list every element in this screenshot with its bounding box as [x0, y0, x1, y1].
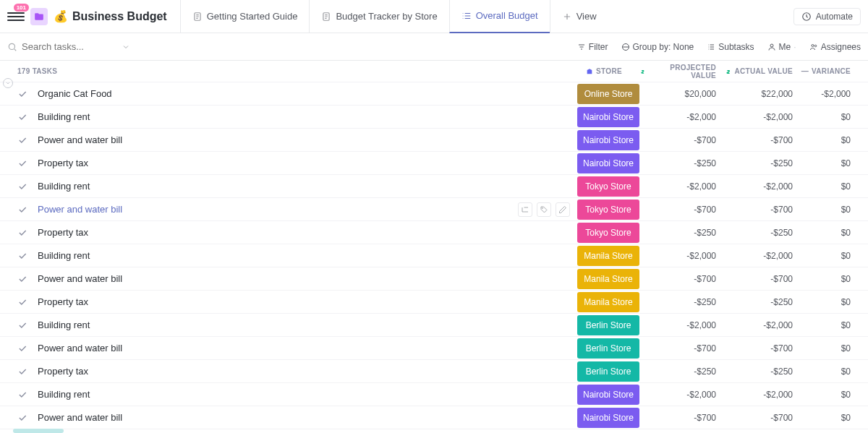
check-icon[interactable]: [17, 251, 27, 261]
check-icon[interactable]: [17, 274, 27, 284]
task-row[interactable]: Property taxNairobi Store-$250-$250$0: [0, 152, 868, 175]
check-icon[interactable]: [17, 135, 27, 145]
task-row[interactable]: Power and water billNairobi Store-$700-$…: [0, 129, 868, 152]
variance-value: $0: [793, 205, 851, 215]
store-tag[interactable]: Berlin Store: [577, 361, 639, 382]
variance-value: $0: [793, 343, 851, 353]
check-icon[interactable]: [17, 205, 27, 215]
check-icon[interactable]: [17, 112, 27, 122]
automate-label: Automate: [816, 12, 853, 22]
actual-value: -$250: [716, 366, 793, 377]
search-box[interactable]: [7, 41, 130, 52]
variance-value: $0: [793, 274, 851, 284]
store-tag[interactable]: Manila Store: [577, 269, 639, 289]
task-row[interactable]: Property taxTokyo Store-$250-$250$0: [0, 221, 868, 244]
projected-value: $20,000: [639, 89, 716, 99]
tab-overall-budget[interactable]: Overall Budget: [449, 0, 550, 33]
store-tag[interactable]: Nairobi Store: [577, 153, 639, 173]
subtask-action-icon[interactable]: [518, 202, 532, 217]
store-tag[interactable]: Tokyo Store: [577, 176, 639, 197]
tag-action-icon[interactable]: [537, 202, 551, 217]
task-row[interactable]: Building rentNairobi Store-$2,000-$2,000…: [0, 106, 868, 129]
task-name: Building rent: [38, 389, 577, 400]
tab-add-view[interactable]: View: [550, 0, 608, 33]
check-icon[interactable]: [17, 158, 27, 168]
task-name: Organic Cat Food: [38, 88, 577, 99]
store-tag[interactable]: Berlin Store: [577, 315, 639, 335]
folder-icon[interactable]: [30, 8, 48, 25]
task-row[interactable]: Building rentTokyo Store-$2,000-$2,000$0: [0, 175, 868, 198]
store-tag[interactable]: Nairobi Store: [577, 385, 639, 405]
task-row[interactable]: Building rentManila Store-$2,000-$2,000$…: [0, 244, 868, 267]
tab-label: View: [576, 11, 597, 22]
check-icon[interactable]: [17, 413, 27, 423]
toolbar-right: Filter Group by: None Subtasks Me · Assi…: [577, 42, 861, 52]
assignees-button[interactable]: Assignees: [809, 42, 861, 52]
actual-value: -$700: [716, 135, 793, 145]
task-row[interactable]: Property taxBerlin Store-$250-$250$0: [0, 360, 868, 383]
task-row[interactable]: Property taxManila Store-$250-$250$0: [0, 291, 868, 314]
check-icon[interactable]: [17, 343, 27, 353]
projected-value: -$250: [639, 228, 716, 238]
task-row[interactable]: Power and water billBerlin Store-$700-$7…: [0, 337, 868, 360]
group-by-button[interactable]: Group by: None: [621, 42, 694, 52]
column-projected[interactable]: PROJECTED VALUE: [639, 64, 716, 80]
check-icon[interactable]: [17, 89, 27, 99]
column-tasks[interactable]: 179 TASKS: [17, 67, 569, 75]
check-icon[interactable]: [17, 320, 27, 330]
variance-value: $0: [793, 413, 851, 423]
actual-value: -$700: [716, 205, 793, 215]
group-icon: [621, 43, 630, 51]
variance-value: $0: [793, 181, 851, 192]
task-row[interactable]: Building rentNairobi Store-$2,000-$2,000…: [0, 383, 868, 406]
table-header: 179 TASKS STORE PROJECTED VALUE ACTUAL V…: [0, 61, 868, 82]
store-tag[interactable]: Online Store: [577, 84, 639, 104]
check-icon[interactable]: [17, 366, 27, 377]
store-tag[interactable]: Nairobi Store: [577, 107, 639, 127]
hamburger-menu[interactable]: 101: [7, 8, 25, 25]
store-tag[interactable]: Tokyo Store: [577, 223, 639, 243]
edit-action-icon[interactable]: [556, 202, 570, 217]
topbar: 101 💰 Business Budget Getting Started Gu…: [0, 0, 868, 33]
task-name: Power and water bill: [38, 412, 577, 423]
store-tag[interactable]: Manila Store: [577, 246, 639, 266]
task-row[interactable]: Organic Cat FoodOnline Store$20,000$22,0…: [0, 82, 868, 106]
search-input[interactable]: [22, 41, 109, 52]
column-variance[interactable]: — VARIANCE: [793, 67, 851, 75]
actual-value: -$2,000: [716, 390, 793, 400]
collapse-indicator[interactable]: [3, 78, 13, 88]
check-icon[interactable]: [17, 228, 27, 238]
tab-getting-started[interactable]: Getting Started Guide: [180, 0, 310, 33]
store-tag[interactable]: Nairobi Store: [577, 130, 639, 150]
column-store[interactable]: STORE: [569, 67, 639, 75]
subtasks-button[interactable]: Subtasks: [707, 42, 754, 52]
task-row[interactable]: Power and water billTokyo Store-$700-$70…: [0, 198, 868, 221]
variance-value: $0: [793, 390, 851, 400]
task-name: Building rent: [38, 250, 577, 261]
check-icon[interactable]: [17, 297, 27, 307]
store-tag[interactable]: Tokyo Store: [577, 200, 639, 220]
task-name: Property tax: [38, 158, 577, 168]
task-row[interactable]: Power and water billManila Store-$700-$7…: [0, 267, 868, 291]
tab-budget-tracker[interactable]: Budget Tracker by Store: [309, 0, 448, 33]
column-actual[interactable]: ACTUAL VALUE: [716, 67, 793, 75]
check-icon[interactable]: [17, 181, 27, 192]
task-row[interactable]: Power and water billNairobi Store-$700-$…: [0, 406, 868, 429]
task-name: Building rent: [38, 111, 577, 122]
projected-value: -$700: [639, 343, 716, 353]
svg-point-5: [770, 44, 773, 47]
me-button[interactable]: Me ·: [767, 42, 796, 52]
variance-value: $0: [793, 297, 851, 307]
notification-badge: 101: [14, 4, 29, 12]
projected-value: -$700: [639, 274, 716, 284]
variance-value: $0: [793, 135, 851, 145]
store-tag[interactable]: Manila Store: [577, 292, 639, 312]
chevron-down-icon[interactable]: [122, 43, 130, 51]
store-tag[interactable]: Berlin Store: [577, 338, 639, 359]
store-tag[interactable]: Nairobi Store: [577, 408, 639, 428]
filter-button[interactable]: Filter: [577, 42, 608, 52]
variance-value: $0: [793, 320, 851, 330]
check-icon[interactable]: [17, 390, 27, 400]
task-row[interactable]: Building rentBerlin Store-$2,000-$2,000$…: [0, 314, 868, 337]
automate-button[interactable]: Automate: [793, 8, 861, 25]
